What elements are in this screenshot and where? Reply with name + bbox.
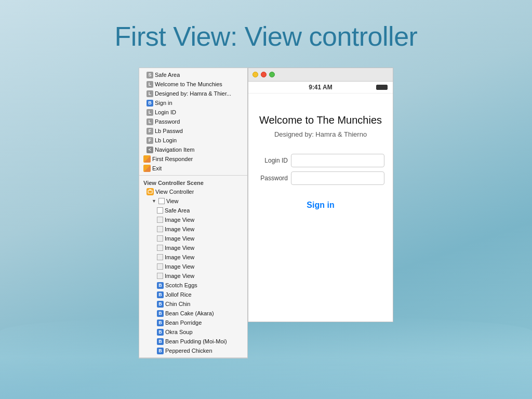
item-image-view-3[interactable]: Image View [139, 234, 247, 243]
item-label: Designed by: Hamra & Thier... [155, 89, 231, 98]
ios-titlebar [248, 68, 393, 82]
item-label: First Responder [152, 155, 193, 163]
image-view-icon [157, 254, 163, 260]
item-safe-area-2[interactable]: Safe Area [139, 206, 247, 215]
image-view-icon [157, 217, 163, 223]
item-label: Bean Cake (Akara) [165, 309, 214, 317]
badge-l: L [147, 90, 153, 97]
item-safe-area-1[interactable]: S Safe Area [139, 70, 247, 79]
item-bean-porridge[interactable]: B Bean Porridge [139, 318, 247, 327]
item-lb-passwd[interactable]: F Lb Passwd [139, 126, 247, 136]
minimize-button[interactable] [252, 72, 258, 77]
item-chin-chin[interactable]: B Chin Chin [139, 299, 247, 309]
item-label: Safe Area [165, 206, 190, 215]
item-jollof-rice[interactable]: B Jollof Rice [139, 290, 247, 299]
badge-s: S [147, 72, 153, 78]
scene-section-1: S Safe Area L Welcome to The Munchies L … [139, 68, 247, 176]
badge-f: F [147, 137, 153, 144]
item-label: View [166, 197, 179, 205]
badge-b: B [157, 320, 164, 326]
ios-welcome-title: Welcome to The Munchies [259, 114, 382, 126]
item-view-controller[interactable]: View Controller [139, 187, 247, 196]
item-label: Image View [165, 216, 194, 224]
close-button[interactable] [261, 72, 267, 77]
badge-b: B [147, 100, 153, 107]
badge-nav: < [147, 147, 153, 153]
maximize-button[interactable] [269, 72, 275, 77]
item-image-view-4[interactable]: Image View [139, 243, 247, 252]
item-image-view-5[interactable]: Image View [139, 252, 247, 262]
ios-subtitle: Designed by: Hamra & Thierno [274, 130, 367, 138]
badge-l: L [147, 81, 153, 88]
svg-rect-1 [149, 190, 151, 191]
main-content: S Safe Area L Welcome to The Munchies L … [0, 68, 532, 358]
item-bean-pudding[interactable]: B Bean Pudding (Moi-Moi) [139, 337, 247, 346]
item-signin-button[interactable]: B Sign in [139, 98, 247, 108]
item-welcome-label[interactable]: L Welcome to The Munchies [139, 79, 247, 89]
item-lb-login[interactable]: F Lb Login [139, 136, 247, 145]
badge-f: F [147, 128, 153, 135]
item-designed-label[interactable]: L Designed by: Hamra & Thier... [139, 89, 247, 98]
item-label: Image View [165, 225, 194, 233]
item-label: Image View [165, 272, 194, 280]
item-bean-cake[interactable]: B Bean Cake (Akara) [139, 309, 247, 318]
image-view-icon [157, 273, 163, 279]
badge-b: B [157, 310, 164, 317]
item-navigation-item[interactable]: < Navigation Item [139, 145, 247, 154]
badge-b: B [157, 338, 164, 345]
item-label: View Controller [155, 188, 194, 196]
item-label: Image View [165, 234, 194, 243]
item-image-view-6[interactable]: Image View [139, 262, 247, 271]
item-scotch-eggs[interactable]: B Scotch Eggs [139, 281, 247, 290]
password-label: Password [257, 175, 288, 182]
item-label: Navigation Item [155, 145, 194, 154]
item-first-responder[interactable]: First Responder [139, 154, 247, 164]
item-label: Okra Soup [165, 328, 193, 336]
login-id-label: Login ID [257, 157, 288, 164]
image-view-icon [157, 263, 163, 270]
password-input[interactable] [291, 171, 384, 185]
badge-b: B [157, 348, 164, 354]
item-image-view-7[interactable]: Image View [139, 271, 247, 281]
signin-button[interactable]: Sign in [257, 201, 384, 210]
badge-b: B [157, 282, 164, 289]
login-field-row: Login ID [257, 154, 384, 167]
image-view-icon [157, 226, 163, 232]
svg-rect-0 [148, 190, 152, 193]
item-okra-soup[interactable]: B Okra Soup [139, 327, 247, 337]
view-icon [158, 198, 165, 204]
item-label: Jollof Rice [165, 290, 192, 299]
item-label: Chin Chin [165, 300, 190, 308]
ios-status-bar: 9:41 AM [248, 82, 393, 94]
badge-b: B [157, 301, 164, 308]
badge-b: B [157, 329, 164, 336]
page-title: First View: View controller [0, 0, 532, 68]
item-image-view-2[interactable]: Image View [139, 224, 247, 234]
item-peppered-chicken[interactable]: B Peppered Chicken [139, 346, 247, 355]
item-view[interactable]: ▼ View [139, 196, 247, 206]
badge-l: L [147, 118, 153, 125]
login-id-input[interactable] [291, 154, 384, 167]
item-label: Lb Login [155, 136, 177, 144]
item-label: Sign in [155, 99, 172, 107]
item-label: Lb Passwd [155, 127, 183, 135]
item-password-label[interactable]: L Password [139, 117, 247, 126]
vc-icon [147, 188, 154, 195]
exit-icon [143, 165, 151, 172]
item-label: Peppered Chicken [165, 347, 212, 355]
battery-icon [376, 85, 388, 90]
ios-time: 9:41 AM [309, 84, 332, 91]
scene-panel: S Safe Area L Welcome to The Munchies L … [139, 68, 248, 358]
item-loginid-label[interactable]: L Login ID [139, 108, 247, 117]
item-label: Safe Area [155, 71, 180, 79]
item-exit[interactable]: Exit [139, 164, 247, 173]
image-view-icon [157, 245, 163, 251]
section-header-vc: View Controller Scene [139, 178, 247, 187]
item-image-view-1[interactable]: Image View [139, 215, 247, 224]
ios-panel: 9:41 AM Welcome to The Munchies Designed… [248, 68, 393, 322]
badge-l: L [147, 109, 153, 116]
item-label: Image View [165, 262, 194, 271]
item-label: Scotch Eggs [165, 281, 197, 289]
arrow-down-icon: ▼ [152, 197, 156, 205]
scene-section-2: View Controller Scene View Controller ▼ … [139, 176, 247, 358]
